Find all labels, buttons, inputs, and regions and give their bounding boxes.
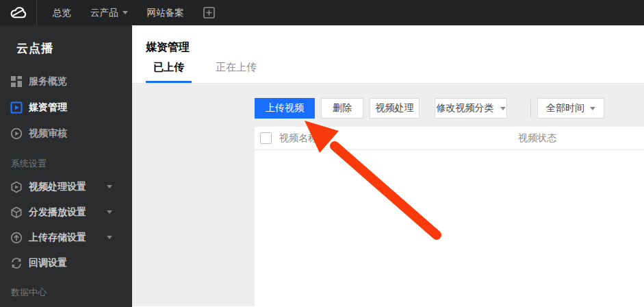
sidebar-item-video-process-settings[interactable]: 视频处理设置 <box>0 174 132 199</box>
upload-video-button[interactable]: 上传视频 <box>255 98 315 119</box>
distribution-cube-icon <box>10 206 23 219</box>
nav-cloud-products-label: 云产品 <box>90 7 118 19</box>
sidebar-item-label: 上传存储设置 <box>29 232 86 244</box>
topbar: 总览 云产品 网站备案 <box>0 0 644 25</box>
sidebar-item-label: 视频审核 <box>29 127 67 140</box>
tencent-cloud-logo[interactable] <box>0 0 37 25</box>
video-process-button[interactable]: 视频处理 <box>370 98 420 119</box>
chevron-down-icon <box>500 107 506 110</box>
toolbar: 上传视频 删除 视频处理 修改视频分类 全部时间 <box>255 98 644 119</box>
table-header-row: 视频名称/ID 视频状态 <box>255 127 644 150</box>
nav-overview[interactable]: 总览 <box>53 7 71 19</box>
sidebar-item-distribution-settings[interactable]: 分发播放设置 <box>0 199 132 225</box>
section-label-system-settings: 系统设置 <box>0 158 132 170</box>
nav-overview-label: 总览 <box>53 7 71 19</box>
content-area: 上传视频 删除 视频处理 修改视频分类 全部时间 视频名称/ID 视频状态 <box>132 84 644 306</box>
column-header-video-name: 视频名称/ID <box>279 132 330 145</box>
sidebar-item-label: 视频处理设置 <box>29 181 86 193</box>
column-header-video-status: 视频状态 <box>518 132 556 145</box>
main-header: 媒资管理 已上传 正在上传 <box>132 25 644 84</box>
chevron-down-icon <box>123 11 128 14</box>
callback-icon <box>10 257 23 269</box>
main-content: 媒资管理 已上传 正在上传 上传视频 删除 视频处理 修改视频分类 全部时间 <box>132 25 644 307</box>
time-filter-label: 全部时间 <box>546 102 584 114</box>
video-process-icon <box>10 181 23 193</box>
cloud-logo-icon <box>9 5 27 20</box>
toolbar-divider <box>530 99 531 117</box>
sidebar-item-label: 服务概览 <box>29 75 67 88</box>
tab-uploaded[interactable]: 已上传 <box>146 61 192 83</box>
time-filter-select[interactable]: 全部时间 <box>537 98 604 119</box>
media-play-icon <box>10 101 23 114</box>
tab-uploading[interactable]: 正在上传 <box>208 61 264 83</box>
sidebar-item-media-assets[interactable]: 媒资管理 <box>0 95 132 121</box>
sidebar-system-menu: 视频处理设置 分发播放设置 上传存储设置 <box>0 174 132 275</box>
modify-category-label: 修改视频分类 <box>437 102 494 114</box>
sidebar-item-service-overview[interactable]: 服务概览 <box>0 69 132 95</box>
nav-cloud-products[interactable]: 云产品 <box>90 7 128 19</box>
sidebar-item-label: 分发播放设置 <box>29 206 86 219</box>
modify-category-dropdown[interactable]: 修改视频分类 <box>435 98 507 119</box>
sidebar-item-label: 回调设置 <box>29 257 67 269</box>
add-shortcut-button[interactable] <box>203 7 215 19</box>
vod-console-page: 总览 云产品 网站备案 云点播 <box>0 0 644 307</box>
select-all-checkbox[interactable] <box>260 132 272 144</box>
video-review-icon <box>10 127 23 140</box>
sidebar-item-upload-storage-settings[interactable]: 上传存储设置 <box>0 225 132 250</box>
chevron-down-icon <box>107 236 112 239</box>
section-label-data-center: 数据中心 <box>0 286 132 299</box>
media-table-panel: 视频名称/ID 视频状态 <box>255 127 644 306</box>
page-title: 媒资管理 <box>132 25 644 55</box>
sidebar-item-video-review[interactable]: 视频审核 <box>0 121 132 147</box>
sidebar: 云点播 服务概览 媒资管理 <box>0 25 132 307</box>
sidebar-item-label: 媒资管理 <box>29 101 67 114</box>
chevron-down-icon <box>107 210 112 214</box>
tab-bar: 已上传 正在上传 <box>146 61 281 83</box>
topbar-nav: 总览 云产品 网站备案 <box>37 0 215 25</box>
chevron-down-icon <box>107 185 112 188</box>
chevron-down-icon <box>590 107 595 110</box>
nav-website-record-label: 网站备案 <box>147 7 184 19</box>
upload-storage-icon <box>10 232 23 244</box>
sidebar-item-callback-settings[interactable]: 回调设置 <box>0 250 132 275</box>
delete-button[interactable]: 删除 <box>321 98 363 119</box>
sidebar-menu: 服务概览 媒资管理 视频审核 <box>0 69 132 147</box>
product-title: 云点播 <box>0 25 132 56</box>
nav-website-record[interactable]: 网站备案 <box>147 7 184 19</box>
plus-square-icon <box>203 7 215 19</box>
grid-icon <box>10 75 23 88</box>
